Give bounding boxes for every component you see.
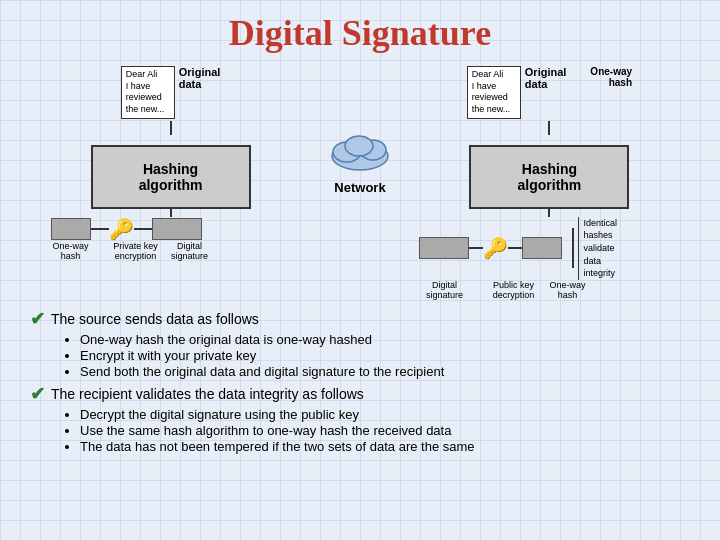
orig-label-group: Original data [179,66,221,90]
doc-line2: I have [126,81,170,93]
doc-line4-r: the new... [472,104,516,116]
oneway-hash-label-top-right: One-wayhash [590,66,632,88]
arrow-down2-right [548,209,550,217]
arrow-h3 [469,247,483,249]
arrow-h1 [91,228,109,230]
source-sub-list: One-way hash the original data is one-wa… [30,332,690,379]
hash-label-right: Hashingalgorithm [518,161,582,193]
arrow-down-right [548,121,550,135]
doc-line1: Dear Ali [126,69,170,81]
arrow-h2 [134,228,152,230]
recipient-item-3: The data has not been tempered if the tw… [80,439,690,454]
right-document: Dear Ali I have reviewed the new... [467,66,521,119]
doc-line1-r: Dear Ali [472,69,516,81]
list-section: ✔ The source sends data as follows One-w… [0,300,720,454]
oneway-hash-rect-left [51,218,91,240]
recipient-sub-list: Decrypt the digital signature using the … [30,407,690,454]
network-label: Network [334,180,385,195]
recipient-item-1: Decrypt the digital signature using the … [80,407,690,422]
key-icon-left: 🔑 [109,217,134,241]
arrow-down2-left [170,209,172,217]
page: Digital Signature Dear Ali I have review… [0,0,720,540]
vert-line-right [572,228,574,268]
left-doc-group: Dear Ali I have reviewed the new... Orig… [121,66,221,119]
hash-label-left: Hashingalgorithm [139,161,203,193]
doc-line3: reviewed [126,92,170,104]
hash-box-right: Hashingalgorithm [469,145,629,209]
pubkey-label: Public keydecryption [483,280,543,300]
digsig-label-right: Digitalsignature [419,280,469,300]
oneway-label-right: One-wayhash [547,280,587,300]
bottom-flow-left: 🔑 [41,217,301,241]
recipient-item-2: Use the same hash algorithm to one-way h… [80,423,690,438]
doc-line2-r: I have [472,81,516,93]
left-diagram: Dear Ali I have reviewed the new... Orig… [20,66,321,261]
bottom-flow-right: 🔑 Identicalhashesvalidatedataintegrity [409,217,689,280]
hash-box-left: Hashingalgorithm [91,145,251,209]
left-document: Dear Ali I have reviewed the new... [121,66,175,119]
page-title: Digital Signature [0,0,720,62]
source-item-3: Send both the original data and digital … [80,364,690,379]
bottom-labels-left: One-wayhash Private keyencryption Digita… [41,241,301,261]
recipient-main-bullet: ✔ The recipient validates the data integ… [30,383,690,405]
identical-note: Identicalhashesvalidatedataintegrity [578,217,617,280]
recipient-heading: The recipient validates the data integri… [51,386,364,402]
arrow-down-left [170,121,172,135]
arrow-h4 [508,247,522,249]
data-label-right: data [525,78,567,90]
right-diagram: Dear Ali I have reviewed the new... Orig… [399,66,700,300]
source-item-1: One-way hash the original data is one-wa… [80,332,690,347]
digital-sig-rect-left [152,218,202,240]
digital-sig-label-left: Digitalsignature [165,241,215,261]
source-item-2: Encrypt it with your private key [80,348,690,363]
source-heading: The source sends data as follows [51,311,259,327]
oneway-hash-rect-right [522,237,562,259]
original-label-right: Original [525,66,567,78]
source-main-bullet: ✔ The source sends data as follows [30,308,690,330]
key-icon-right: 🔑 [483,236,508,260]
recipient-bullet-group: ✔ The recipient validates the data integ… [30,383,690,454]
doc-line4: the new... [126,104,170,116]
original-label-left: Original [179,66,221,78]
network-column: Network [321,66,399,195]
orig-label-group-r: Original data [525,66,567,90]
svg-point-3 [345,136,373,156]
digital-sig-rect-right [419,237,469,259]
diagram-area: Dear Ali I have reviewed the new... Orig… [0,66,720,300]
data-label-left: data [179,78,221,90]
right-doc-group: Dear Ali I have reviewed the new... Orig… [467,66,632,119]
bottom-labels-right: Digitalsignature Public keydecryption On… [409,280,689,300]
oneway-label-left: One-wayhash [51,241,91,261]
recipient-checkmark: ✔ [30,383,45,405]
cloud-icon [325,126,395,176]
source-checkmark: ✔ [30,308,45,330]
source-bullet-group: ✔ The source sends data as follows One-w… [30,308,690,379]
doc-line3-r: reviewed [472,92,516,104]
private-key-label: Private keyencryption [109,241,163,261]
